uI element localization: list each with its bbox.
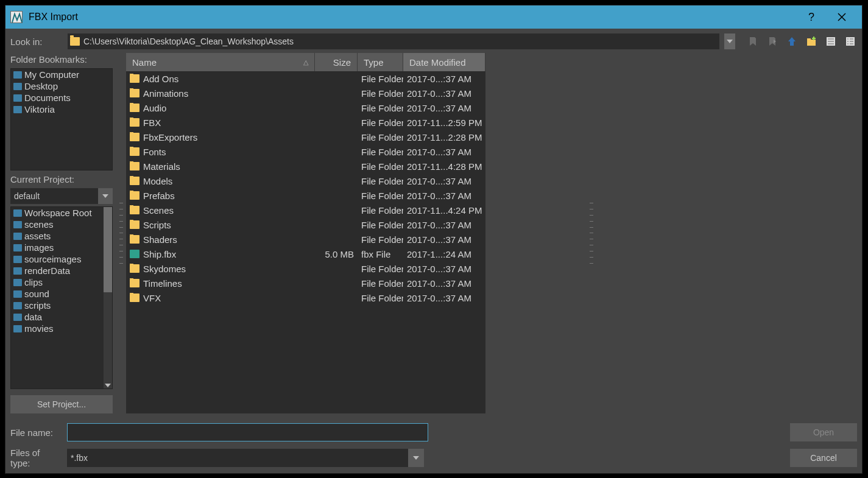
folder-icon	[130, 293, 139, 302]
file-name: Timelines	[143, 278, 182, 289]
folder-icon	[130, 177, 139, 185]
cancel-button[interactable]: Cancel	[790, 449, 857, 467]
bookmarks-list[interactable]: My ComputerDesktopDocumentsViktoria	[10, 68, 113, 170]
file-name: Prefabs	[143, 191, 175, 201]
workspace-item[interactable]: images	[11, 242, 112, 253]
file-name: Shaders	[143, 234, 177, 245]
help-button[interactable]: ?	[796, 5, 827, 29]
workspace-item[interactable]: data	[11, 311, 112, 323]
workspace-item[interactable]: clips	[11, 276, 112, 288]
resize-grip-right[interactable]	[590, 203, 593, 264]
detail-view-icon[interactable]	[844, 35, 857, 48]
column-date[interactable]: Date Modified	[403, 53, 485, 71]
file-row[interactable]: FbxExportersFile Folder2017-11...2:28 PM	[126, 130, 485, 144]
file-row[interactable]: AudioFile Folder2017-0...:37 AM	[126, 100, 485, 115]
folder-icon	[130, 89, 139, 97]
resize-grip-left[interactable]	[119, 203, 123, 264]
workspace-item[interactable]: movies	[11, 323, 112, 334]
list-view-icon[interactable]	[824, 35, 838, 48]
look-in-label: Look in:	[10, 37, 63, 47]
file-row[interactable]: ShadersFile Folder2017-0...:37 AM	[126, 232, 485, 247]
file-row[interactable]: VFXFile Folder2017-0...:37 AM	[126, 290, 485, 305]
workspace-label: clips	[24, 277, 43, 287]
bookmark-label: Documents	[24, 93, 71, 103]
set-project-button[interactable]: Set Project...	[10, 395, 113, 413]
file-row[interactable]: SkydomesFile Folder2017-0...:37 AM	[126, 261, 485, 276]
bookmark-back-icon[interactable]	[746, 35, 760, 48]
files-of-type-select[interactable]: *.fbx	[67, 449, 424, 467]
column-size[interactable]: Size	[315, 53, 358, 71]
workspace-item[interactable]: sourceimages	[11, 253, 112, 265]
file-row[interactable]: FBXFile Folder2017-11...2:59 PM	[126, 115, 485, 130]
column-type-label: Type	[364, 57, 384, 68]
path-dropdown[interactable]	[724, 33, 735, 49]
file-row[interactable]: Ship.fbx5.0 MBfbx File2017-1...:24 AM	[126, 247, 485, 261]
file-type: File Folder	[358, 132, 403, 142]
file-name-input[interactable]	[67, 423, 428, 441]
workspace-label: scenes	[24, 219, 54, 230]
titlebar[interactable]: FBX Import ?	[5, 5, 862, 29]
scrollbar[interactable]	[104, 207, 112, 388]
close-button[interactable]	[827, 5, 857, 29]
bookmark-item[interactable]: Documents	[11, 92, 112, 104]
file-list[interactable]: Add OnsFile Folder2017-0...:37 AMAnimati…	[126, 71, 485, 413]
workspace-item[interactable]: renderData	[11, 265, 112, 276]
chevron-down-icon	[408, 449, 424, 467]
file-name: FBX	[143, 118, 161, 128]
file-row[interactable]: PrefabsFile Folder2017-0...:37 AM	[126, 188, 485, 203]
open-button[interactable]: Open	[790, 423, 857, 441]
folder-icon	[130, 235, 139, 244]
cancel-label: Cancel	[810, 453, 837, 463]
file-list-header: Name △ Size Type Date Modified	[126, 53, 485, 71]
folder-icon	[130, 162, 139, 170]
file-row[interactable]: ScenesFile Folder2017-11...4:24 PM	[126, 203, 485, 217]
file-name: Scripts	[143, 220, 171, 230]
file-date: 2017-11...4:24 PM	[403, 205, 485, 216]
path-input[interactable]: C:\Users\Viktoria\Desktop\AG_Clean_Works…	[68, 33, 719, 49]
workspace-item[interactable]: sound	[11, 288, 112, 300]
file-date: 2017-11...2:59 PM	[403, 118, 485, 128]
file-name: Skydomes	[143, 264, 186, 274]
file-type: File Folder	[358, 147, 403, 157]
bookmark-item[interactable]: Desktop	[11, 80, 112, 92]
file-row[interactable]: ScriptsFile Folder2017-0...:37 AM	[126, 217, 485, 232]
workspace-item[interactable]: scripts	[11, 300, 112, 311]
file-row[interactable]: MaterialsFile Folder2017-11...4:28 PM	[126, 159, 485, 174]
workspace-item[interactable]: Workspace Root	[11, 207, 112, 219]
folder-icon	[130, 104, 139, 112]
file-name: Add Ons	[143, 74, 178, 84]
workspace-item[interactable]: assets	[11, 230, 112, 242]
column-type[interactable]: Type	[358, 53, 403, 71]
file-row[interactable]: Add OnsFile Folder2017-0...:37 AM	[126, 71, 485, 86]
file-type: File Folder	[358, 88, 403, 99]
bookmark-forward-icon[interactable]	[766, 35, 779, 48]
file-row[interactable]: AnimationsFile Folder2017-0...:37 AM	[126, 86, 485, 100]
workspace-list[interactable]: Workspace Rootscenesassetsimagessourceim…	[10, 206, 113, 389]
file-row[interactable]: TimelinesFile Folder2017-0...:37 AM	[126, 276, 485, 290]
folder-icon	[13, 244, 22, 251]
new-folder-icon[interactable]	[805, 35, 818, 48]
file-row[interactable]: ModelsFile Folder2017-0...:37 AM	[126, 174, 485, 188]
file-type: File Folder	[358, 74, 403, 84]
workspace-item[interactable]: scenes	[11, 219, 112, 230]
bookmark-item[interactable]: My Computer	[11, 69, 112, 80]
file-row[interactable]: FontsFile Folder2017-0...:37 AM	[126, 144, 485, 159]
file-type: File Folder	[358, 205, 403, 216]
maya-app-icon	[10, 11, 23, 23]
file-type: File Folder	[358, 103, 403, 113]
file-date: 2017-0...:37 AM	[403, 103, 485, 113]
file-type: File Folder	[358, 176, 403, 186]
file-date: 2017-0...:37 AM	[403, 147, 485, 157]
chevron-down-icon	[98, 188, 113, 204]
bookmark-item[interactable]: Viktoria	[11, 104, 112, 115]
workspace-label: movies	[24, 323, 54, 334]
file-name: Scenes	[143, 205, 174, 216]
scrollbar-thumb[interactable]	[104, 207, 112, 292]
go-up-icon[interactable]	[785, 35, 799, 48]
file-date: 2017-0...:37 AM	[403, 74, 485, 84]
file-type: File Folder	[358, 191, 403, 201]
column-name[interactable]: Name △	[126, 53, 315, 71]
file-type: File Folder	[358, 220, 403, 230]
project-dropdown[interactable]: default	[10, 188, 113, 204]
folder-icon	[13, 256, 22, 263]
